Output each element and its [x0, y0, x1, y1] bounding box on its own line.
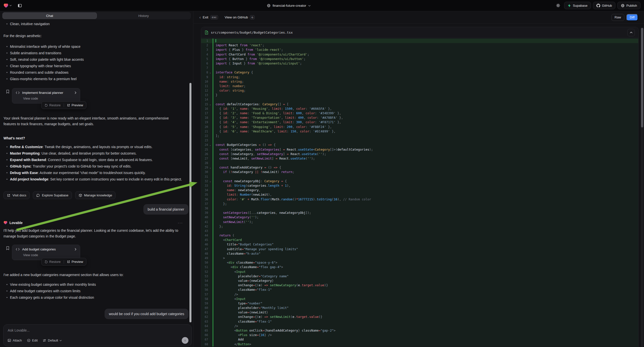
code-scrollbar[interactable]: [641, 28, 644, 347]
attach-button[interactable]: Attach: [8, 338, 22, 342]
preview-button[interactable]: Preview: [67, 260, 83, 264]
edit-mode-button[interactable]: Edit: [27, 338, 38, 342]
code-text: import ChartCard from '@/components/ui/C…: [212, 52, 638, 57]
bookmark-icon[interactable]: [6, 90, 10, 109]
code-text: />: [212, 324, 638, 328]
list-item: Each category gets a unique color for vi…: [4, 294, 188, 301]
github-button[interactable]: GitHub: [593, 2, 615, 9]
tab-history[interactable]: History: [97, 12, 191, 19]
tab-chat[interactable]: Chat: [2, 12, 97, 19]
code-text: id: string;: [212, 75, 638, 80]
fold-gutter: [210, 147, 212, 152]
code-diff-view[interactable]: 12import React from 'react';3import { Pl…: [201, 38, 638, 347]
fold-toggle-icon[interactable]: ⌄: [210, 70, 212, 75]
user-message-bubble: would be cool if you could add budget ca…: [104, 309, 188, 319]
code-text: <Input: [212, 270, 638, 274]
fold-toggle-icon[interactable]: ⌄: [210, 165, 212, 170]
diff-view-button[interactable]: Diff: [626, 14, 638, 21]
code-text: [212, 38, 638, 43]
send-button[interactable]: ↑: [182, 337, 188, 344]
fold-gutter: [210, 288, 212, 292]
topbar-right: Supabase GitHub Publish: [554, 2, 640, 10]
line-number: 24: [201, 143, 210, 147]
fold-gutter: [210, 301, 212, 306]
code-line: 63 className="flex-1": [201, 319, 638, 324]
code-text: import { Input } from '@/components/ui/i…: [212, 61, 638, 66]
view-code-link[interactable]: View code: [23, 96, 76, 100]
supabase-label: Supabase: [573, 4, 588, 8]
fold-gutter: [210, 192, 212, 197]
chat-composer[interactable]: Ask Lovable... Attach Edit Default: [3, 324, 192, 346]
explore-supabase-button[interactable]: Explore Supabase: [33, 192, 72, 199]
code-text: };: [212, 202, 638, 206]
quick-actions: Visit docs Explore Supabase Manage knowl…: [4, 192, 188, 199]
code-line: 1: [201, 38, 638, 43]
code-text: [212, 161, 638, 165]
bullet-dot: [6, 146, 8, 147]
code-text: <Button onClick={handleAddCategory} clas…: [212, 328, 638, 333]
github-label: GitHub: [602, 4, 612, 8]
line-number: 14: [201, 97, 210, 102]
project-switcher[interactable]: financial-future-creator: [267, 0, 311, 11]
fold-gutter: [210, 174, 212, 179]
preview-label: Preview: [72, 103, 83, 107]
chevron-right-icon: [75, 91, 76, 94]
supabase-button[interactable]: Supabase: [564, 2, 591, 9]
code-line: 66 <Plus size={16} />: [201, 333, 638, 337]
bullet-text: Add new budget categories with custom li…: [10, 288, 80, 294]
code-scrollbar-thumb[interactable]: [641, 28, 643, 128]
code-line: 45 <ChartCard: [201, 238, 638, 242]
fold-gutter: [210, 310, 212, 315]
code-line: 19 { id: '4', name: 'Entertainment', lim…: [201, 120, 638, 124]
view-code-link[interactable]: View code: [23, 253, 76, 257]
model-selector[interactable]: Default: [42, 338, 62, 342]
fold-toggle-icon[interactable]: ⌄: [210, 102, 212, 106]
visit-docs-button[interactable]: Visit docs: [4, 192, 30, 199]
line-number: 58: [201, 297, 210, 301]
preview-button[interactable]: Preview: [67, 103, 83, 107]
bookmark-icon[interactable]: [6, 246, 10, 266]
line-number: 4: [201, 52, 210, 57]
version-card-row: Implement financial planner View code Re…: [4, 88, 188, 109]
code-line: 46 title="Budget Categories": [201, 242, 638, 247]
chat-bubble-icon: [36, 194, 40, 197]
fold-gutter: [210, 283, 212, 288]
restore-button[interactable]: Restore: [44, 103, 61, 107]
code-line: 30 if (!newCategory || !newLimit) return…: [201, 170, 638, 174]
fold-gutter: [210, 84, 212, 88]
view-on-github[interactable]: View on GitHub G: [224, 15, 255, 20]
list-item: Master Prompting: Use clear, detailed, a…: [4, 150, 183, 156]
code-text: id: String(categories.length + 1),: [212, 184, 638, 188]
code-line: 54 value={newCategory}: [201, 278, 638, 283]
chat-messages[interactable]: Clean, intuitive navigation For the desi…: [0, 20, 193, 324]
code-line: 27 const [newLimit, setNewLimit] = React…: [201, 156, 638, 161]
code-text: <Input: [212, 297, 638, 301]
settings-button[interactable]: [554, 2, 562, 10]
fold-toggle-icon[interactable]: ⌄: [210, 143, 212, 147]
line-number: 48: [201, 252, 210, 256]
fold-gutter: [210, 324, 212, 328]
collapse-file-button[interactable]: [627, 29, 635, 36]
code-text: placeholder="Category name": [212, 274, 638, 278]
fold-gutter: [210, 319, 212, 324]
code-line: 51 <div className="flex gap-4">: [201, 265, 638, 269]
line-number: 42: [201, 224, 210, 229]
fold-gutter: [210, 38, 212, 43]
list-item: Add project knowledge: Set key context o…: [4, 176, 183, 182]
panel-resize-handle[interactable]: [190, 83, 192, 322]
message-menu-button[interactable]: ···: [178, 220, 183, 225]
exit-button[interactable]: Exit: [203, 16, 208, 19]
raw-view-button[interactable]: Raw: [612, 14, 624, 21]
external-link-icon: [7, 194, 10, 197]
file-header[interactable]: src/components/budget/BudgetCategories.t…: [201, 27, 638, 38]
restore-button[interactable]: Restore: [44, 260, 61, 264]
code-text: limit: number;: [212, 84, 638, 88]
line-number: 9: [201, 75, 210, 80]
bullet-text: Rounded corners and subtle shadows: [10, 70, 68, 75]
fold-gutter: [210, 170, 212, 174]
toggle-sidebar-button[interactable]: [16, 2, 24, 10]
publish-button[interactable]: Publish: [617, 2, 640, 9]
manage-knowledge-button[interactable]: Manage knowledge: [75, 192, 116, 199]
fold-toggle-icon[interactable]: ⌄: [210, 179, 212, 184]
lovable-logo-menu[interactable]: [4, 3, 12, 8]
